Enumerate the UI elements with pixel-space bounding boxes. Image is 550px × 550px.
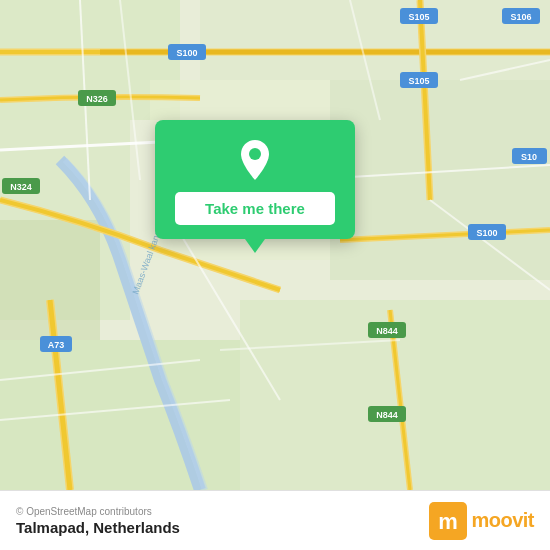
svg-text:N844: N844 bbox=[376, 410, 398, 420]
svg-text:S105: S105 bbox=[408, 76, 429, 86]
svg-text:A73: A73 bbox=[48, 340, 65, 350]
svg-text:N324: N324 bbox=[10, 182, 32, 192]
take-me-there-button[interactable]: Take me there bbox=[175, 192, 335, 225]
bottom-bar: © OpenStreetMap contributors Talmapad, N… bbox=[0, 490, 550, 550]
svg-rect-4 bbox=[330, 80, 550, 280]
moovit-logo: m moovit bbox=[429, 502, 534, 540]
svg-text:N326: N326 bbox=[86, 94, 108, 104]
svg-text:S106: S106 bbox=[510, 12, 531, 22]
svg-text:S100: S100 bbox=[176, 48, 197, 58]
location-info: © OpenStreetMap contributors Talmapad, N… bbox=[16, 506, 180, 536]
svg-point-48 bbox=[249, 148, 261, 160]
moovit-text: moovit bbox=[471, 509, 534, 532]
svg-rect-3 bbox=[200, 0, 550, 80]
svg-rect-7 bbox=[420, 300, 550, 490]
location-name: Talmapad, Netherlands bbox=[16, 519, 180, 536]
svg-text:S105: S105 bbox=[408, 12, 429, 22]
map-view[interactable]: S100 S105 S105 S106 S100 N326 N324 A73 N… bbox=[0, 0, 550, 490]
copyright-text: © OpenStreetMap contributors bbox=[16, 506, 180, 517]
svg-text:m: m bbox=[439, 509, 459, 534]
location-popup: Take me there bbox=[155, 120, 355, 239]
svg-text:S100: S100 bbox=[476, 228, 497, 238]
moovit-icon: m bbox=[429, 502, 467, 540]
svg-text:S10: S10 bbox=[521, 152, 537, 162]
map-svg: S100 S105 S105 S106 S100 N326 N324 A73 N… bbox=[0, 0, 550, 490]
pin-icon bbox=[233, 138, 277, 182]
svg-rect-5 bbox=[0, 340, 240, 490]
svg-text:N844: N844 bbox=[376, 326, 398, 336]
